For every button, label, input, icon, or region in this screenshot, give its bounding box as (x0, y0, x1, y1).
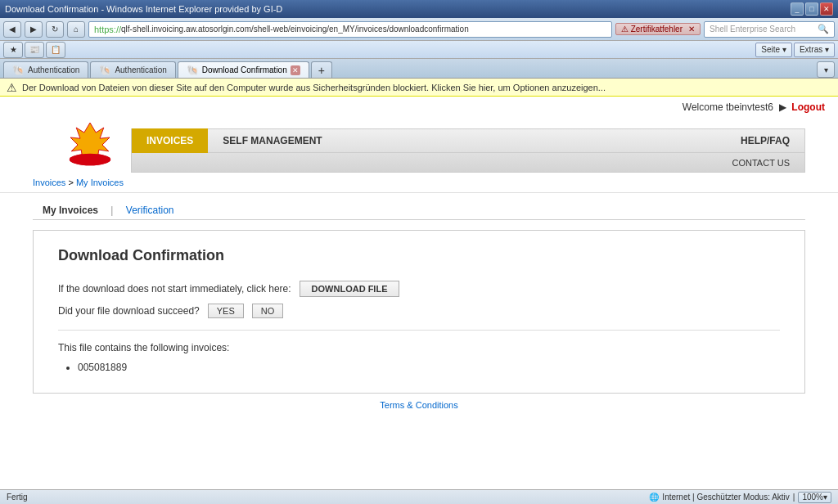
page-content: Welcome tbeinvtest6 ▶ Logout INVOICES SE… (0, 97, 838, 489)
zoom-button[interactable]: 100% ▾ (798, 492, 831, 503)
favorites-button[interactable]: ★ (3, 42, 23, 58)
address-bar: ◀ ▶ ↻ ⌂ https:// qlf-shell.invoicing.aw.… (0, 18, 838, 41)
history-button[interactable]: 📋 (46, 42, 65, 58)
zoom-level: 100% (802, 493, 823, 502)
nav-secondary: CONTACT US (131, 153, 805, 173)
https-indicator: https:// (94, 25, 121, 34)
security-bar[interactable]: ⚠ Der Download von Dateien von dieser Si… (0, 79, 838, 97)
nav-item-help-faq[interactable]: HELP/FAQ (726, 128, 804, 153)
search-placeholder: Shell Enterprise Search (710, 25, 795, 34)
download-file-button[interactable]: DOWNLOAD FILE (300, 281, 400, 297)
sub-tab-my-invoices[interactable]: My Invoices (33, 201, 108, 219)
maximize-button[interactable]: □ (805, 2, 818, 16)
page-footer: Terms & Conditions (33, 394, 805, 416)
welcome-bar: Welcome tbeinvtest6 ▶ Logout (0, 97, 838, 118)
zoom-separator: | (793, 493, 795, 502)
security-message: Der Download von Dateien von dieser Site… (22, 83, 606, 92)
globe-icon: 🌐 (649, 493, 659, 502)
status-right: 🌐 Internet | Geschützter Modus: Aktiv | … (649, 492, 831, 503)
tab-list-button[interactable]: ▾ (817, 61, 835, 78)
nav-right: HELP/FAQ (726, 128, 804, 153)
breadcrumb-invoices[interactable]: Invoices (33, 178, 65, 187)
window-controls: _ □ ✕ (791, 2, 833, 16)
download-prompt-row: If the download does not start immediate… (58, 281, 780, 297)
url-text: qlf-shell.invoicing.aw.atosorlgin.com/sh… (121, 25, 469, 34)
page-button[interactable]: Seite ▾ (755, 43, 792, 57)
browser-tabs: 🐚 Authentication 🐚 Authentication 🐚 Down… (0, 59, 838, 79)
browser-title: Download Confirmation - Windows Internet… (5, 4, 282, 14)
url-field[interactable]: https:// qlf-shell.invoicing.aw.atosorlg… (88, 21, 612, 38)
breadcrumb-separator: > (68, 178, 75, 187)
success-prompt-row: Did your file download succeed? YES NO (58, 304, 780, 318)
success-prompt-text: Did your file download succeed? (58, 305, 200, 317)
refresh-button[interactable]: ↻ (46, 21, 64, 38)
tab-3-label: Download Confirmation (202, 65, 287, 74)
logout-link[interactable]: Logout (791, 101, 825, 113)
tab-1-icon: 🐚 (12, 65, 25, 76)
breadcrumb: Invoices > My Invoices (0, 173, 838, 193)
confirmation-box: Download Confirmation If the download do… (33, 230, 805, 394)
divider (58, 330, 780, 331)
tab-3-close-button[interactable]: ✕ (291, 65, 300, 75)
home-button[interactable]: ⌂ (67, 21, 85, 38)
sub-tabs: My Invoices | Verification (33, 201, 805, 220)
extras-button[interactable]: Extras ▾ (794, 43, 835, 57)
no-button[interactable]: NO (252, 304, 284, 318)
search-icon[interactable]: 🔍 (818, 24, 829, 34)
tab-3[interactable]: 🐚 Download Confirmation ✕ (178, 61, 309, 78)
browser-toolbar: ★ 📰 📋 Seite ▾ Extras ▾ (0, 41, 838, 59)
shell-logo-svg (65, 118, 115, 167)
breadcrumb-my-invoices[interactable]: My Invoices (76, 178, 124, 187)
cert-error-label: Zertifikatfehler (631, 25, 683, 34)
sub-tab-verification[interactable]: Verification (116, 201, 184, 219)
invoice-list: 005081889 (78, 362, 780, 373)
cert-error-close[interactable]: ✕ (688, 25, 695, 34)
tab-1[interactable]: 🐚 Authentication (3, 61, 88, 78)
download-prompt-text: If the download does not start immediate… (58, 283, 291, 295)
status-bar: Fertig 🌐 Internet | Geschützter Modus: A… (0, 489, 838, 504)
close-button[interactable]: ✕ (820, 2, 833, 16)
welcome-text: Welcome tbeinvtest6 (683, 101, 773, 113)
tab-2[interactable]: 🐚 Authentication (90, 61, 175, 78)
nav-item-self-management[interactable]: SELF MANAGEMENT (208, 128, 336, 153)
main-area: My Invoices | Verification Download Conf… (0, 193, 838, 489)
shell-header: INVOICES SELF MANAGEMENT HELP/FAQ CONTAC… (0, 118, 838, 173)
nav-item-contact-us[interactable]: CONTACT US (718, 153, 805, 173)
confirmation-title: Download Confirmation (58, 247, 780, 264)
invoice-item: 005081889 (78, 362, 780, 373)
tab-3-icon: 🐚 (187, 65, 199, 76)
terms-conditions-link[interactable]: Terms & Conditions (380, 400, 457, 410)
back-button[interactable]: ◀ (3, 21, 21, 38)
security-icon: ⚠ (7, 81, 17, 94)
shell-logo (65, 118, 115, 169)
status-text: Fertig (7, 493, 28, 502)
zone-text: Internet | Geschützter Modus: Aktiv (662, 493, 789, 502)
yes-button[interactable]: YES (208, 304, 244, 318)
zoom-icon: ▾ (823, 493, 827, 502)
search-field[interactable]: Shell Enterprise Search 🔍 (704, 21, 835, 38)
browser-titlebar: Download Confirmation - Windows Internet… (0, 0, 838, 18)
minimize-button[interactable]: _ (791, 2, 804, 16)
navigation: INVOICES SELF MANAGEMENT HELP/FAQ CONTAC… (131, 128, 805, 173)
nav-top: INVOICES SELF MANAGEMENT HELP/FAQ (131, 128, 805, 153)
sub-tab-separator: | (108, 201, 116, 219)
cert-error-icon: ⚠ (621, 25, 628, 34)
feeds-button[interactable]: 📰 (25, 42, 44, 58)
tab-2-icon: 🐚 (99, 65, 111, 76)
nav-item-invoices[interactable]: INVOICES (132, 128, 208, 153)
svg-point-1 (70, 154, 110, 165)
file-contains-text: This file contains the following invoice… (58, 342, 780, 353)
tab-2-label: Authentication (115, 65, 166, 74)
status-left: Fertig (7, 493, 28, 502)
forward-button[interactable]: ▶ (25, 21, 43, 38)
tab-1-label: Authentication (28, 65, 79, 74)
cert-error-badge[interactable]: ⚠ Zertifikatfehler ✕ (615, 23, 701, 35)
new-tab-button[interactable]: + (311, 61, 332, 78)
